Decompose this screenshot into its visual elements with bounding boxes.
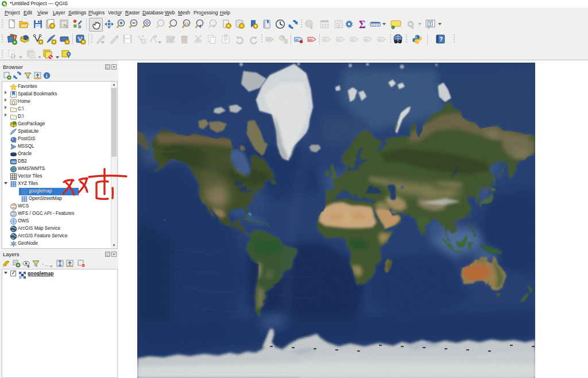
svg-text:?: ? [439,36,443,43]
svg-text:T: T [429,21,432,26]
svg-text:1:1: 1:1 [184,22,189,25]
svg-text:abc: abc [266,38,271,41]
svg-text:i: i [308,21,309,26]
svg-text:ε: ε [42,261,44,267]
svg-text:ab: ab [351,38,354,41]
svg-text:a: a [78,24,81,29]
svg-text:ab: ab [295,38,299,41]
svg-text:ab: ab [323,38,327,41]
svg-text:Σ: Σ [359,19,366,30]
svg-text:abc: abc [308,38,313,41]
svg-text:ab: ab [337,38,341,41]
svg-text:xy: xy [45,264,49,267]
svg-text:DB2: DB2 [11,161,17,164]
svg-text:ab: ab [378,38,382,41]
svg-text:ab: ab [365,38,368,41]
